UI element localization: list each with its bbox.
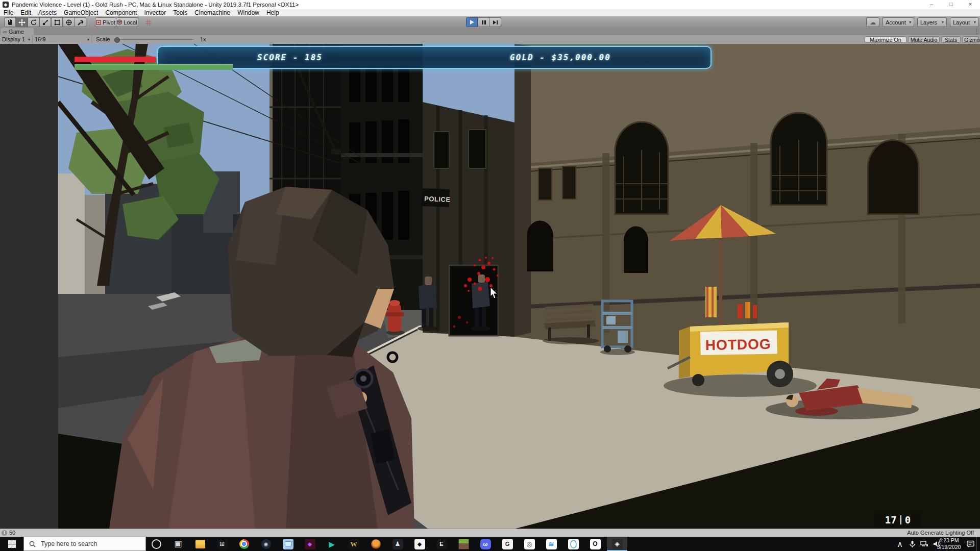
pause-button[interactable] (478, 17, 489, 27)
show-desktop-button[interactable] (976, 537, 980, 551)
start-button[interactable] (0, 537, 23, 551)
game-viewport: POLICE (0, 44, 980, 529)
task-view-icon[interactable]: ▣ (168, 537, 188, 551)
mute-audio-toggle[interactable]: Mute Audio (908, 36, 940, 43)
status-bar: ! 50 Auto Generate Lighting Off (0, 529, 980, 537)
chrome-icon[interactable] (234, 537, 254, 551)
menu-item-assets[interactable]: Assets (35, 9, 60, 16)
panel-menu-icon[interactable]: ⋮ (974, 29, 979, 35)
display-dropdown[interactable]: Display 1▾ (0, 35, 33, 43)
gizmos-dropdown[interactable]: Gizmos▾ (962, 36, 979, 43)
chevron-down-icon: ▾ (974, 20, 976, 24)
move-tool-icon[interactable] (16, 17, 28, 27)
gem-app-icon[interactable]: ◆ (300, 537, 320, 551)
chevron-down-icon: ▾ (909, 20, 911, 24)
game-scene: POLICE (58, 44, 980, 529)
pivot-icon (96, 20, 101, 25)
wow-icon[interactable]: W (344, 537, 364, 551)
discord-icon[interactable]: ω (475, 537, 496, 551)
clock-date: 5/19/2020 (934, 544, 964, 550)
police-sign: POLICE (424, 195, 451, 204)
transform-tool-icon[interactable] (63, 17, 75, 27)
hud-score-panel: SCORE - 185 GOLD - $35,000.00 (157, 46, 712, 69)
layers-dropdown[interactable]: Layers▾ (917, 17, 947, 27)
health-bar (75, 57, 156, 62)
unity-editor-icon[interactable]: ◈ (607, 537, 627, 551)
account-dropdown[interactable]: Account▾ (883, 17, 914, 27)
windows-taskbar: ▣ ⊞ ◉ ◆ ▶ W ♟ ◆ E ω G ◎ ≋ O ◈ ∧ 4:23 PM (0, 537, 980, 551)
scale-tool-icon[interactable] (39, 17, 51, 27)
scale-label: Scale (96, 36, 110, 42)
rotate-tool-icon[interactable] (28, 17, 39, 27)
menu-item-edit[interactable]: Edit (17, 9, 35, 16)
menu-item-component[interactable]: Component (102, 9, 140, 16)
menu-item-help[interactable]: Help (263, 9, 283, 16)
menu-bar: File Edit Assets GameObject Component In… (0, 9, 980, 17)
hotdog-sign: HOTDOG (705, 336, 771, 353)
stats-toggle[interactable]: Stats (941, 36, 961, 43)
battlenet-icon[interactable] (365, 537, 386, 551)
hud-score-text: SCORE - 185 (257, 53, 323, 62)
menu-item-window[interactable]: Window (234, 9, 263, 16)
tab-game[interactable]: ∞ Game (1, 28, 34, 35)
teal-arrow-app-icon[interactable]: ▶ (322, 537, 342, 551)
menu-item-file[interactable]: File (0, 9, 17, 16)
close-button[interactable]: × (961, 0, 980, 9)
menu-item-invector[interactable]: Invector (140, 9, 169, 16)
hand-tool-icon[interactable] (4, 17, 16, 27)
epic-games-icon[interactable]: E (431, 537, 452, 551)
unity-logo-icon: ◆ (3, 2, 9, 8)
cloud-collab-icon[interactable]: ☁ (866, 17, 879, 27)
inkscape-icon[interactable]: ◆ (409, 537, 430, 551)
minimize-button[interactable]: – (922, 0, 941, 9)
taskbar-search[interactable] (23, 537, 146, 551)
steam-icon[interactable]: ◉ (256, 537, 276, 551)
search-input[interactable] (40, 540, 134, 548)
rect-tool-icon[interactable] (51, 17, 63, 27)
maximize-button[interactable]: □ (941, 0, 961, 9)
ammo-counter: 17 0 (874, 511, 922, 529)
scale-slider-track[interactable] (116, 39, 194, 40)
main-toolbar: Pivot Local ☁ Account▾ Layers▾ Layout▾ (0, 16, 980, 29)
ammo-divider (900, 515, 901, 524)
minecraft-icon[interactable] (453, 537, 474, 551)
play-button[interactable] (466, 17, 478, 27)
taskbar-clock[interactable]: 4:23 PM 5/19/2020 (934, 537, 964, 550)
oculus-icon[interactable]: O (585, 537, 605, 551)
maximize-on-play-toggle[interactable]: Maximize On Play (865, 36, 906, 43)
grid-snap-icon[interactable] (145, 19, 152, 28)
network-icon[interactable] (919, 537, 930, 551)
step-button[interactable] (489, 17, 501, 27)
console-message-count[interactable]: 50 (9, 530, 15, 536)
scale-value: 1x (200, 36, 206, 42)
custom-tool-icon[interactable] (75, 17, 86, 27)
gog-icon[interactable]: G (497, 537, 518, 551)
egg-app-icon[interactable] (563, 537, 583, 551)
ammo-reserve: 0 (905, 514, 911, 525)
laptop-device-icon[interactable] (278, 537, 298, 551)
lighting-status-text: Auto Generate Lighting Off (907, 530, 974, 536)
title-bar: ◆ Pandemic Violence - Level (1) - Gold R… (0, 0, 980, 9)
game-tab-icon: ∞ (3, 29, 7, 35)
scale-slider-knob[interactable] (114, 37, 120, 43)
wifi-app-icon[interactable]: ≋ (541, 537, 561, 551)
local-toggle-button[interactable]: Local (116, 17, 138, 27)
microphone-icon[interactable] (906, 537, 918, 551)
menu-item-gameobject[interactable]: GameObject (60, 9, 102, 16)
character-app-icon[interactable]: ♟ (387, 537, 408, 551)
menu-item-tools[interactable]: Tools (169, 9, 191, 16)
menu-item-cinemachine[interactable]: Cinemachine (191, 9, 234, 16)
local-cube-icon (117, 19, 122, 25)
action-center-icon[interactable] (965, 537, 976, 551)
music-app-icon[interactable]: ◎ (519, 537, 540, 551)
aspect-ratio-dropdown[interactable]: 16:9▾ (33, 35, 92, 43)
tray-chevron-icon[interactable]: ∧ (894, 537, 905, 551)
console-warning-icon[interactable]: ! (2, 530, 7, 536)
ammo-current: 17 (885, 514, 897, 525)
microsoft-store-icon[interactable]: ⊞ (212, 537, 232, 551)
layout-dropdown[interactable]: Layout▾ (950, 17, 979, 27)
game-view-toolbar: Display 1▾ 16:9▾ Scale 1x Maximize On Pl… (0, 35, 980, 44)
pivot-toggle-button[interactable]: Pivot (95, 17, 116, 27)
file-explorer-icon[interactable] (190, 537, 210, 551)
cortana-icon[interactable] (146, 537, 166, 551)
